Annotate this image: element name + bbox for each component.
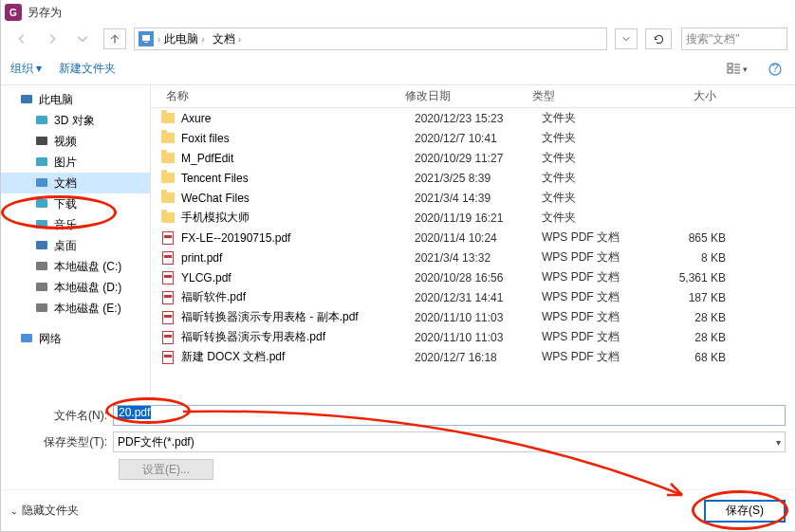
file-name: print.pdf — [181, 251, 415, 265]
file-row[interactable]: Foxit files2020/12/7 10:41文件夹 — [151, 128, 795, 148]
back-button[interactable] — [9, 28, 35, 49]
file-name: 手机模拟大师 — [181, 210, 415, 226]
hide-folders-toggle[interactable]: ⌃ 隐藏文件夹 — [10, 503, 79, 519]
file-row[interactable]: 福昕软件.pdf2020/12/31 14:41WPS PDF 文档187 KB — [151, 287, 795, 307]
save-button[interactable]: 保存(S) — [704, 500, 786, 523]
file-name: M_PdfEdit — [181, 152, 415, 165]
sidebar-item-disk[interactable]: 本地磁盘 (D:) — [1, 277, 150, 298]
svg-rect-6 — [21, 95, 32, 103]
file-size: 28 KB — [650, 311, 745, 324]
desktop-icon — [35, 239, 48, 252]
file-row[interactable]: Tencent Files2021/3/25 8:39文件夹 — [151, 168, 795, 188]
sidebar-item-pc[interactable]: 此电脑 — [1, 89, 150, 110]
file-type: WPS PDF 文档 — [542, 289, 650, 305]
sidebar-item-label: 音乐 — [54, 217, 77, 233]
file-header: 名称 修改日期 类型 大小 — [151, 85, 795, 108]
app-icon: G — [5, 4, 22, 21]
sidebar-item-disk[interactable]: 本地磁盘 (C:) — [1, 256, 150, 277]
bottom-fields: 文件名(N): 20.pdf 保存类型(T): PDF文件(*.pdf) ▾ 设… — [1, 394, 795, 484]
up-button[interactable] — [103, 28, 126, 49]
pc-icon — [139, 31, 154, 46]
file-type: 文件夹 — [542, 210, 650, 226]
forward-button[interactable] — [39, 28, 65, 49]
svg-rect-11 — [36, 199, 47, 208]
file-date: 2021/3/25 8:39 — [415, 172, 542, 185]
file-row[interactable]: print.pdf2021/3/4 13:32WPS PDF 文档8 KB — [151, 248, 795, 267]
video-icon — [35, 135, 48, 148]
file-name: 福昕转换器演示专用表格 - 副本.pdf — [181, 309, 415, 325]
file-date: 2020/12/7 10:41 — [415, 132, 542, 145]
sidebar-item-disk[interactable]: 本地磁盘 (E:) — [1, 298, 150, 319]
file-row[interactable]: 新建 DOCX 文档.pdf2020/12/7 16:18WPS PDF 文档6… — [151, 347, 795, 367]
file-type: WPS PDF 文档 — [542, 309, 650, 325]
file-row[interactable]: YLCG.pdf2020/10/28 16:56WPS PDF 文档5,361 … — [151, 267, 795, 287]
chevron-down-icon: ⌃ — [10, 505, 18, 516]
file-date: 2020/11/10 11:03 — [415, 311, 542, 324]
path-seg-docs[interactable]: 文档› — [209, 31, 245, 47]
file-name: 福昕转换器演示专用表格.pdf — [181, 329, 415, 345]
file-size: 5,361 KB — [650, 271, 745, 284]
file-row[interactable]: Axure2020/12/23 15:23文件夹 — [151, 108, 795, 128]
folder-icon — [160, 131, 176, 146]
search-input[interactable]: 搜索"文档" — [681, 28, 787, 50]
pdf-icon — [160, 350, 176, 365]
filename-input[interactable]: 20.pdf — [113, 405, 786, 426]
recent-dropdown[interactable] — [69, 28, 96, 49]
svg-rect-2 — [728, 64, 732, 67]
title-bar: G 另存为 — [1, 0, 795, 25]
file-row[interactable]: 福昕转换器演示专用表格.pdf2020/11/10 11:03WPS PDF 文… — [151, 327, 795, 347]
sidebar-item-desktop[interactable]: 桌面 — [1, 235, 150, 256]
path-seg-pc[interactable]: 此电脑› — [160, 31, 208, 47]
sidebar-item-download[interactable]: 下载 — [1, 193, 150, 214]
col-date[interactable]: 修改日期 — [405, 88, 532, 104]
view-options-button[interactable]: ▾ — [727, 59, 748, 80]
file-row[interactable]: WeChat Files2021/3/4 14:39文件夹 — [151, 188, 795, 208]
sidebar-item-image[interactable]: 图片 — [1, 152, 150, 173]
file-type: 文件夹 — [542, 110, 650, 126]
file-size: 28 KB — [650, 331, 745, 344]
col-size[interactable]: 大小 — [640, 88, 735, 104]
col-name[interactable]: 名称 — [151, 88, 405, 104]
sidebar-item-label: 本地磁盘 (D:) — [54, 280, 121, 296]
doc-icon — [35, 176, 48, 190]
file-type: 文件夹 — [542, 190, 650, 206]
svg-text:?: ? — [772, 63, 779, 75]
col-type[interactable]: 类型 — [532, 88, 640, 104]
sidebar-item-label: 图片 — [54, 155, 77, 171]
svg-rect-13 — [36, 241, 47, 249]
sidebar-item-music[interactable]: 音乐 — [1, 214, 150, 235]
file-type: 文件夹 — [542, 150, 650, 166]
sidebar-item-doc[interactable]: 文档 — [1, 173, 150, 193]
svg-rect-3 — [728, 69, 732, 73]
file-row[interactable]: M_PdfEdit2020/10/29 11:27文件夹 — [151, 148, 795, 168]
help-button[interactable]: ? — [765, 59, 786, 80]
new-folder-button[interactable]: 新建文件夹 — [59, 61, 116, 77]
file-row[interactable]: 福昕转换器演示专用表格 - 副本.pdf2020/11/10 11:03WPS … — [151, 307, 795, 327]
file-row[interactable]: 手机模拟大师2020/11/19 16:21文件夹 — [151, 208, 795, 228]
path-dropdown[interactable] — [615, 28, 638, 49]
3d-icon — [35, 114, 48, 127]
file-type: WPS PDF 文档 — [542, 229, 650, 246]
path-box[interactable]: › 此电脑› 文档› — [134, 28, 607, 50]
download-icon — [35, 197, 48, 211]
file-list[interactable]: Axure2020/12/23 15:23文件夹Foxit files2020/… — [151, 108, 795, 394]
net-icon — [20, 332, 33, 345]
file-row[interactable]: FX-LE--20190715.pdf2020/11/4 10:24WPS PD… — [151, 228, 795, 248]
sidebar-item-label: 下载 — [54, 196, 77, 212]
pdf-icon — [160, 290, 176, 305]
sidebar-item-video[interactable]: 视频 — [1, 131, 150, 152]
file-name: FX-LE--20190715.pdf — [181, 231, 415, 245]
refresh-button[interactable] — [645, 28, 672, 49]
filetype-select[interactable]: PDF文件(*.pdf) ▾ — [113, 431, 786, 452]
filetype-value: PDF文件(*.pdf) — [118, 434, 194, 450]
main-area: 此电脑3D 对象视频图片文档下载音乐桌面本地磁盘 (C:)本地磁盘 (D:)本地… — [1, 85, 795, 394]
sidebar-item-net[interactable]: 网络 — [1, 328, 150, 349]
folder-icon — [160, 111, 176, 126]
organize-menu[interactable]: 组织 ▾ — [10, 61, 42, 77]
file-name: 福昕软件.pdf — [181, 289, 415, 305]
svg-rect-7 — [36, 116, 47, 124]
svg-rect-16 — [36, 303, 47, 312]
sidebar-item-3d[interactable]: 3D 对象 — [1, 110, 150, 131]
settings-button[interactable]: 设置(E)... — [119, 459, 213, 480]
search-placeholder: 搜索"文档" — [686, 31, 740, 47]
